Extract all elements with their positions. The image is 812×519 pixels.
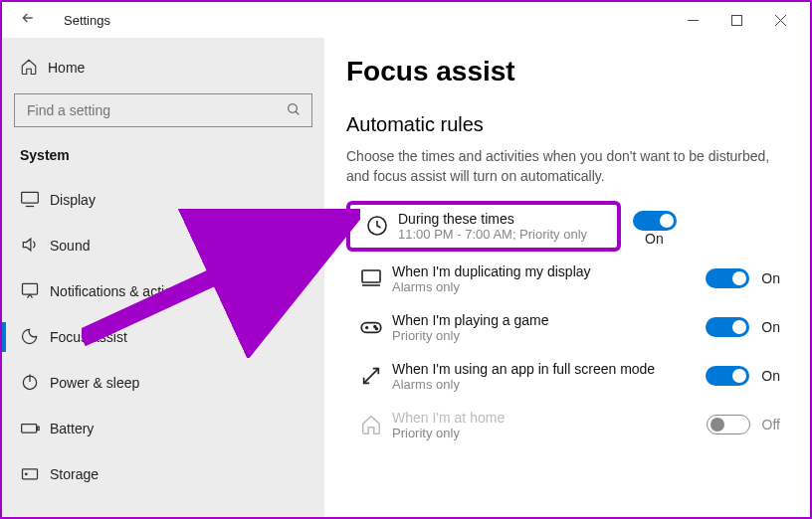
sidebar-item-focus-assist[interactable]: Focus assist — [2, 314, 324, 360]
sidebar-item-notifications[interactable]: Notifications & actions — [2, 268, 324, 314]
close-button[interactable] — [758, 5, 802, 35]
svg-rect-18 — [361, 323, 381, 333]
page-title: Focus assist — [346, 56, 786, 87]
rule-toggle-during-times[interactable] — [633, 211, 677, 231]
display-icon — [20, 189, 50, 212]
storage-icon — [20, 463, 50, 486]
back-button[interactable] — [20, 10, 42, 30]
rule-playing-game[interactable]: When I'm playing a game Priority only On — [346, 306, 784, 349]
rule-toggle-gaming[interactable] — [706, 317, 749, 337]
sidebar-item-storage[interactable]: Storage — [2, 451, 324, 497]
sidebar: Home System Display Sound Notification — [2, 38, 324, 517]
svg-point-4 — [289, 103, 298, 112]
minimize-button[interactable] — [671, 5, 714, 35]
maximize-button[interactable] — [714, 5, 758, 35]
svg-rect-1 — [731, 15, 741, 25]
sidebar-item-label: Storage — [50, 466, 99, 482]
svg-line-5 — [296, 111, 299, 114]
svg-rect-6 — [22, 192, 39, 203]
battery-icon — [20, 418, 50, 440]
monitor-icon — [350, 266, 392, 290]
fullscreen-icon — [350, 365, 392, 387]
rule-during-times[interactable]: During these times 11:00 PM - 7:00 AM; P… — [346, 201, 621, 252]
rule-subtitle: Priority only — [392, 328, 706, 343]
power-icon — [20, 372, 50, 395]
window-title: Settings — [64, 13, 110, 28]
sidebar-item-label: Display — [50, 192, 96, 208]
toggle-state: On — [761, 368, 780, 384]
sidebar-item-label: Focus assist — [50, 329, 127, 345]
rule-title: When I'm playing a game — [392, 312, 706, 328]
svg-point-21 — [374, 326, 376, 328]
rule-toggle-duplicating[interactable] — [706, 268, 749, 288]
rule-at-home[interactable]: When I'm at home Priority only Off — [346, 404, 784, 446]
rule-subtitle: Priority only — [392, 426, 707, 440]
notifications-icon — [20, 280, 50, 303]
svg-rect-12 — [38, 427, 40, 430]
home-icon — [20, 58, 48, 79]
rule-title: During these times — [398, 211, 611, 227]
search-input[interactable] — [14, 93, 312, 127]
sidebar-item-label: Battery — [50, 421, 94, 436]
sidebar-item-display[interactable]: Display — [2, 177, 324, 223]
svg-point-22 — [376, 328, 378, 330]
sidebar-item-label: Notifications & actions — [50, 283, 187, 299]
rule-subtitle: Alarms only — [392, 279, 706, 294]
sidebar-item-power[interactable]: Power & sleep — [2, 360, 324, 406]
gamepad-icon — [350, 314, 392, 340]
section-description: Choose the times and activities when you… — [346, 146, 784, 187]
toggle-state: On — [645, 231, 664, 247]
svg-rect-8 — [23, 283, 38, 294]
focus-assist-icon — [20, 326, 50, 349]
clock-icon — [356, 214, 398, 238]
rule-subtitle: Alarms only — [392, 377, 706, 392]
main-content: Focus assist Automatic rules Choose the … — [324, 38, 810, 517]
sidebar-item-sound[interactable]: Sound — [2, 223, 324, 268]
toggle-state: On — [761, 319, 780, 335]
svg-point-14 — [25, 473, 27, 475]
section-title: Automatic rules — [346, 113, 786, 136]
sound-icon — [20, 235, 50, 258]
sidebar-item-battery[interactable]: Battery — [2, 406, 324, 451]
svg-rect-13 — [23, 468, 38, 478]
rule-toggle-fullscreen[interactable] — [706, 366, 749, 386]
rule-subtitle: 11:00 PM - 7:00 AM; Priority only — [398, 227, 611, 242]
rule-title: When I'm duplicating my display — [392, 263, 706, 279]
search-icon — [286, 101, 302, 120]
rule-duplicating-display[interactable]: When I'm duplicating my display Alarms o… — [346, 258, 784, 300]
toggle-state: On — [761, 270, 780, 286]
rule-title: When I'm at home — [392, 410, 707, 426]
sidebar-item-label: Power & sleep — [50, 375, 139, 391]
titlebar: Settings — [2, 2, 810, 38]
svg-rect-16 — [362, 270, 380, 282]
search-field[interactable] — [25, 101, 286, 119]
sidebar-home-label: Home — [48, 60, 85, 76]
svg-rect-11 — [22, 424, 37, 432]
rule-title: When I'm using an app in full screen mod… — [392, 361, 706, 377]
home-icon — [350, 414, 392, 435]
sidebar-section: System — [2, 141, 324, 177]
toggle-state: Off — [762, 417, 780, 432]
sidebar-item-label: Sound — [50, 238, 90, 254]
rule-toggle-at-home[interactable] — [707, 415, 750, 434]
sidebar-item-home[interactable]: Home — [2, 48, 324, 87]
rule-fullscreen-app[interactable]: When I'm using an app in full screen mod… — [346, 355, 784, 398]
